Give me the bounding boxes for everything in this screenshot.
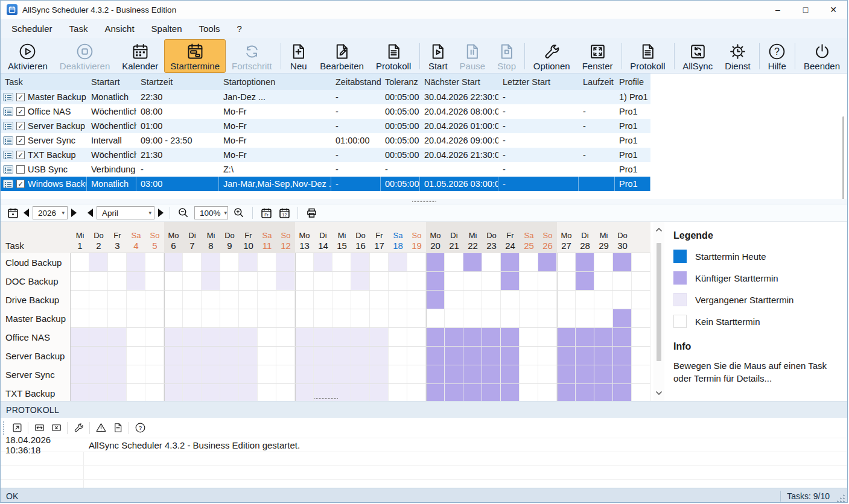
empty-cell[interactable] (108, 291, 127, 309)
future-start-cell[interactable] (613, 253, 632, 271)
empty-cell[interactable] (389, 347, 407, 365)
empty-cell[interactable] (389, 309, 407, 327)
past-start-cell[interactable] (89, 253, 108, 271)
empty-cell[interactable] (632, 365, 650, 383)
empty-cell[interactable] (89, 309, 108, 327)
empty-cell[interactable] (220, 272, 239, 290)
empty-cell[interactable] (332, 272, 351, 290)
menu-item-spalten[interactable]: Spalten (143, 21, 191, 36)
resize-grip[interactable] (836, 493, 845, 503)
menu-item-tools[interactable]: Tools (190, 21, 228, 36)
past-start-cell[interactable] (370, 365, 389, 383)
empty-cell[interactable] (183, 291, 202, 309)
future-start-cell[interactable] (613, 365, 632, 383)
column-header[interactable]: Startart (87, 74, 136, 90)
past-start-cell[interactable] (276, 272, 295, 290)
empty-cell[interactable] (332, 309, 351, 327)
future-start-cell[interactable] (557, 347, 576, 365)
empty-cell[interactable] (258, 253, 276, 271)
past-start-cell[interactable] (127, 272, 145, 290)
empty-cell[interactable] (632, 253, 650, 271)
past-start-cell[interactable] (351, 365, 370, 383)
expand-dialog-icon[interactable] (9, 420, 25, 436)
empty-cell[interactable] (594, 253, 613, 271)
future-start-cell[interactable] (426, 253, 445, 271)
toolbar-button-starttermine[interactable]: Starttermine (164, 39, 226, 73)
empty-cell[interactable] (127, 291, 145, 309)
empty-cell[interactable] (89, 272, 108, 290)
past-start-cell[interactable] (332, 347, 351, 365)
empty-cell[interactable] (407, 253, 426, 271)
future-start-cell[interactable] (501, 272, 520, 290)
past-start-cell[interactable] (389, 253, 407, 271)
empty-cell[interactable] (426, 309, 445, 327)
task-checkbox[interactable] (16, 165, 25, 174)
column-header[interactable]: Laufzeit (579, 74, 615, 90)
log-entry[interactable]: 18.04.2026 10:36:18AllSync Scheduler 4.3… (1, 438, 847, 452)
future-start-cell[interactable] (482, 328, 501, 346)
empty-cell[interactable] (445, 272, 463, 290)
empty-cell[interactable] (389, 272, 407, 290)
empty-cell[interactable] (145, 347, 164, 365)
future-start-cell[interactable] (613, 328, 632, 346)
scrollbar-thumb[interactable] (657, 243, 661, 361)
empty-cell[interactable] (407, 328, 426, 346)
task-checkbox[interactable]: ✓ (16, 136, 25, 145)
empty-cell[interactable] (520, 253, 538, 271)
past-start-cell[interactable] (202, 253, 220, 271)
close-button[interactable]: ✕ (819, 1, 847, 19)
past-start-cell[interactable] (351, 272, 370, 290)
future-start-cell[interactable] (426, 365, 445, 383)
maximize-button[interactable]: □ (792, 1, 819, 19)
future-start-cell[interactable] (426, 328, 445, 346)
column-header[interactable]: Nächster Start (420, 74, 498, 90)
toolbar-button-beenden[interactable]: Beenden (798, 39, 846, 73)
empty-cell[interactable] (613, 291, 632, 309)
zoom-select[interactable]: 100%▾ (194, 206, 228, 219)
future-start-cell[interactable] (482, 365, 501, 383)
past-start-cell[interactable] (370, 347, 389, 365)
empty-cell[interactable] (407, 365, 426, 383)
empty-cell[interactable] (351, 309, 370, 327)
past-start-cell[interactable] (89, 328, 108, 346)
empty-cell[interactable] (538, 328, 557, 346)
empty-cell[interactable] (370, 253, 389, 271)
empty-cell[interactable] (632, 347, 650, 365)
empty-cell[interactable] (145, 272, 164, 290)
toolbar-button-optionen[interactable]: Optionen (527, 39, 576, 73)
past-start-cell[interactable] (164, 253, 183, 271)
empty-cell[interactable] (71, 309, 89, 327)
toolbar-button-dienst[interactable]: Dienst (719, 39, 757, 73)
past-start-cell[interactable] (314, 365, 332, 383)
past-start-cell[interactable] (164, 365, 183, 383)
empty-cell[interactable] (520, 309, 538, 327)
empty-cell[interactable] (258, 272, 276, 290)
empty-cell[interactable] (71, 253, 89, 271)
future-start-cell[interactable] (594, 347, 613, 365)
empty-cell[interactable] (463, 272, 482, 290)
scroll-down-icon[interactable] (655, 385, 663, 401)
future-start-cell[interactable] (576, 365, 594, 383)
empty-cell[interactable] (220, 309, 239, 327)
future-start-cell[interactable] (501, 365, 520, 383)
empty-cell[interactable] (239, 309, 258, 327)
task-checkbox[interactable]: ✓ (16, 93, 25, 101)
future-start-cell[interactable] (538, 253, 557, 271)
past-start-cell[interactable] (239, 347, 258, 365)
empty-cell[interactable] (632, 309, 650, 327)
future-start-cell[interactable] (576, 253, 594, 271)
column-header[interactable]: Startzeit (136, 74, 219, 90)
empty-cell[interactable] (445, 309, 463, 327)
column-header[interactable]: Startoptionen (219, 74, 331, 90)
prev-month-arrow[interactable] (87, 209, 93, 217)
future-start-cell[interactable] (557, 328, 576, 346)
menu-item-scheduler[interactable]: Scheduler (3, 21, 61, 36)
column-header[interactable]: Profile (615, 74, 650, 90)
warning-icon[interactable] (93, 420, 109, 436)
table-row[interactable]: USB SyncVerbindung-Z:\---Pro1 (1, 162, 650, 177)
empty-cell[interactable] (632, 328, 650, 346)
empty-cell[interactable] (407, 309, 426, 327)
empty-cell[interactable] (501, 291, 520, 309)
empty-cell[interactable] (351, 291, 370, 309)
empty-cell[interactable] (183, 253, 202, 271)
